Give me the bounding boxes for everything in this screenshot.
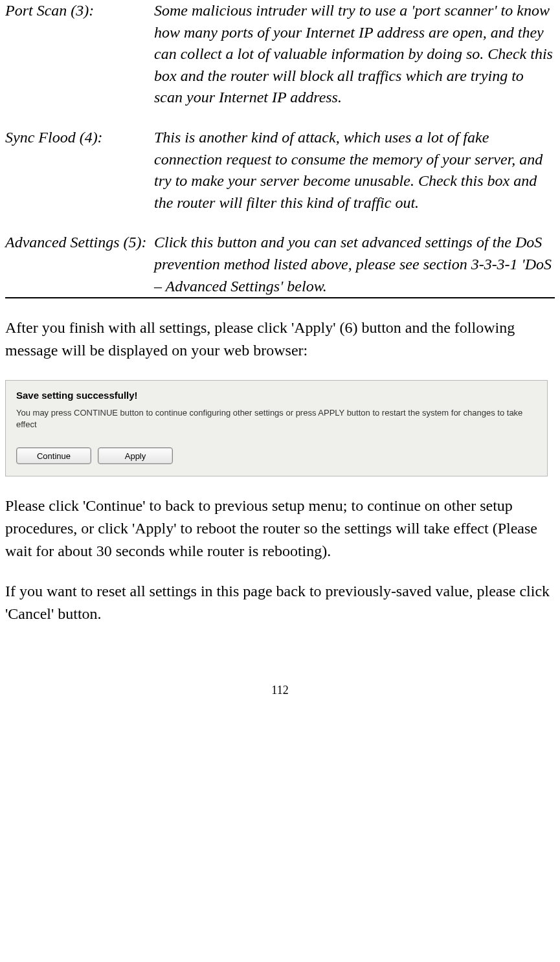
save-success-dialog: Save setting successfully! You may press…: [5, 380, 548, 476]
definition-term: Sync Flood (4):: [5, 127, 154, 214]
definition-row: Advanced Settings (5): Click this button…: [5, 232, 555, 298]
page-number: 112: [5, 684, 555, 697]
continue-button[interactable]: Continue: [16, 447, 91, 464]
definition-desc: This is another kind of attack, which us…: [154, 127, 555, 214]
paragraph-continue-apply: Please click 'Continue' to back to previ…: [5, 495, 555, 562]
definition-desc: Some malicious intruder will try to use …: [154, 0, 555, 109]
paragraph-after-settings: After you finish with all settings, plea…: [5, 317, 555, 362]
definition-term: Advanced Settings (5):: [5, 232, 154, 298]
definition-term: Port Scan (3):: [5, 0, 154, 109]
definition-row: Sync Flood (4): This is another kind of …: [5, 127, 555, 214]
definition-row: Port Scan (3): Some malicious intruder w…: [5, 0, 555, 109]
dialog-button-row: Continue Apply: [16, 447, 537, 464]
apply-button[interactable]: Apply: [98, 447, 173, 464]
paragraph-cancel: If you want to reset all settings in thi…: [5, 580, 555, 625]
dialog-title: Save setting successfully!: [16, 390, 537, 401]
definition-desc: Click this button and you can set advanc…: [154, 232, 555, 298]
definitions-table: Port Scan (3): Some malicious intruder w…: [5, 0, 555, 298]
dialog-message: You may press CONTINUE button to continu…: [16, 407, 537, 431]
